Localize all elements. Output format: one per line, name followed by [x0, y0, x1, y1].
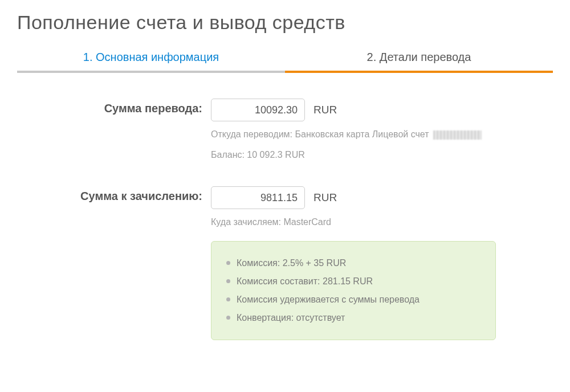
transfer-amount-currency: RUR — [314, 104, 337, 116]
commission-amount-item: Комиссия составит: 281.15 RUR — [226, 272, 481, 291]
balance-hint: Баланс: 10 092.3 RUR — [211, 148, 553, 162]
conversion-item: Конвертация: отсутствует — [226, 309, 481, 327]
tabs: 1. Основная информация 2. Детали перевод… — [17, 51, 553, 73]
transfer-amount-label: Сумма перевода: — [17, 99, 211, 115]
row-credit-amount: Сумма к зачислению: RUR Куда зачисляем: … — [17, 186, 553, 230]
commission-list: Комиссия: 2.5% + 35 RUR Комиссия состави… — [226, 254, 481, 327]
credit-amount-currency: RUR — [314, 191, 337, 204]
tab-transfer-details[interactable]: 2. Детали перевода — [285, 51, 553, 73]
credit-amount-label: Сумма к зачислению: — [17, 186, 211, 203]
credit-amount-input[interactable] — [211, 186, 305, 209]
page-title: Пополнение счета и вывод средств — [17, 11, 553, 34]
commission-info-box: Комиссия: 2.5% + 35 RUR Комиссия состави… — [211, 241, 496, 340]
transfer-amount-input[interactable] — [211, 99, 305, 121]
transfer-source-hint: Откуда переводим: Банковская карта Лицев… — [211, 127, 553, 142]
commission-note-item: Комиссия удерживается с суммы перевода — [226, 291, 481, 309]
account-number-blurred — [433, 130, 482, 140]
source-hint-text: Откуда переводим: Банковская карта Лицев… — [211, 129, 429, 139]
row-transfer-amount: Сумма перевода: RUR Откуда переводим: Ба… — [17, 99, 553, 162]
destination-hint: Куда зачисляем: MasterCard — [211, 215, 553, 230]
commission-rate-item: Комиссия: 2.5% + 35 RUR — [226, 254, 481, 272]
tab-basic-info[interactable]: 1. Основная информация — [17, 51, 285, 73]
